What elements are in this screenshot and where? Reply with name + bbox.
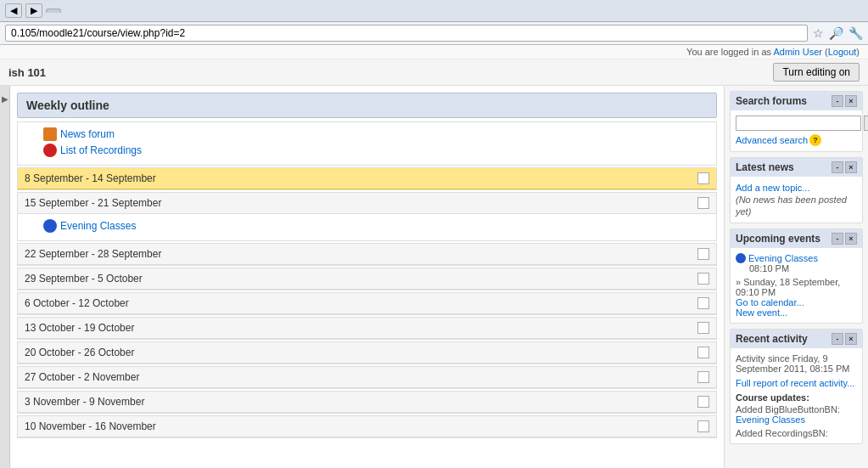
section-header: 29 September - 5 October xyxy=(18,268,716,290)
browser-tab[interactable] xyxy=(46,8,61,13)
block-move-icon[interactable]: × xyxy=(845,95,857,107)
weekly-outline-header: Weekly outline xyxy=(17,93,717,118)
latest-news-header: Latest news - × xyxy=(731,158,862,177)
recent-activity-icons: - × xyxy=(832,333,857,345)
go-to-calendar-link[interactable]: Go to calendar... xyxy=(736,297,857,307)
section-title: 27 October - 2 November xyxy=(25,371,139,383)
section-header: 3 November - 9 November xyxy=(18,392,716,413)
top-bar: ish 101 Turn editing on xyxy=(0,59,868,86)
search-input[interactable] xyxy=(736,116,861,131)
table-row: 22 September - 28 September xyxy=(17,243,717,266)
left-sidebar-toggle[interactable]: ▶ xyxy=(0,86,10,468)
new-event-link[interactable]: New event... xyxy=(736,307,857,318)
update2-prefix: Added RecordingsBN: xyxy=(736,428,828,438)
section-header: 6 October - 12 October xyxy=(18,293,716,314)
upcoming-events-collapse-icon[interactable]: - xyxy=(832,233,843,245)
advanced-search-link[interactable]: Advanced search ? xyxy=(736,134,857,146)
sections-container: 8 September - 14 September15 September -… xyxy=(17,167,717,438)
forward-button[interactable]: ▶ xyxy=(25,3,42,18)
add-topic-link[interactable]: Add a new topic... xyxy=(736,183,809,193)
address-bar[interactable] xyxy=(5,25,808,42)
section-checkbox[interactable] xyxy=(697,420,709,432)
recent-activity-title: Recent activity xyxy=(736,333,808,345)
block-header-icons: - × xyxy=(832,95,857,107)
upcoming-events-close-icon[interactable]: × xyxy=(845,233,857,245)
table-row: 8 September - 14 September xyxy=(17,167,717,190)
section-header: 22 September - 28 September xyxy=(18,244,716,265)
course-updates-label: Course updates: xyxy=(736,392,857,403)
section-title: 22 September - 28 September xyxy=(25,248,161,260)
section-title: 3 November - 9 November xyxy=(25,396,144,408)
recent-activity-header: Recent activity - × xyxy=(731,330,862,348)
upcoming-events-header: Upcoming events - × xyxy=(731,229,862,248)
section-checkbox[interactable] xyxy=(697,172,709,184)
latest-news-close-icon[interactable]: × xyxy=(845,161,857,173)
go-button[interactable]: Go xyxy=(864,116,868,131)
event-link[interactable]: Evening Classes xyxy=(736,253,857,263)
event-sub-time: 09:10 PM xyxy=(736,287,776,297)
recent-activity-close-icon[interactable]: × xyxy=(845,333,857,345)
event-item: Evening Classes 08:10 PM xyxy=(736,253,857,273)
admin-user-link[interactable]: Admin User xyxy=(773,47,821,57)
course-update-1: Added BigBlueButtonBN: Evening Classes xyxy=(736,404,857,425)
help-icon: ? xyxy=(809,134,821,146)
table-row: 3 November - 9 November xyxy=(17,391,717,414)
section-header: 20 October - 26 October xyxy=(18,342,716,364)
logout-link[interactable]: Logout xyxy=(828,47,857,57)
content-area: Weekly outline News forum List of Record… xyxy=(10,86,724,468)
logged-in-text: You are logged in as xyxy=(686,47,771,57)
toggle-arrow-icon: ▶ xyxy=(2,94,8,104)
block-collapse-icon[interactable]: - xyxy=(832,95,843,107)
main-layout: ▶ Weekly outline News forum List of Reco… xyxy=(0,86,868,468)
full-report-link[interactable]: Full report of recent activity... xyxy=(736,378,854,388)
section-header: 8 September - 14 September xyxy=(18,168,716,189)
no-news-text: (No news has been posted yet) xyxy=(736,195,847,217)
upcoming-events-title: Upcoming events xyxy=(736,233,820,245)
section-title: 20 October - 26 October xyxy=(25,347,134,358)
upcoming-events-content: Evening Classes 08:10 PM » Sunday, 18 Se… xyxy=(731,248,862,323)
list-recordings-icon xyxy=(43,144,57,157)
section-checkbox[interactable] xyxy=(697,396,709,408)
table-row: 29 September - 5 October xyxy=(17,268,717,290)
table-row: 10 November - 16 November xyxy=(17,415,717,438)
section-header: 15 September - 21 September xyxy=(18,193,716,214)
update1-prefix: Added BigBlueButtonBN: xyxy=(736,404,840,414)
turn-editing-button[interactable]: Turn editing on xyxy=(773,63,860,82)
section-checkbox[interactable] xyxy=(697,197,709,209)
evening-classes-link[interactable]: Evening Classes xyxy=(60,220,136,232)
table-row: 20 October - 26 October xyxy=(17,341,717,364)
section-content: Evening Classes xyxy=(18,214,716,240)
activity-since-text: Activity since Friday, 9 September 2011,… xyxy=(736,353,857,374)
recent-activity-block: Recent activity - × Activity since Frida… xyxy=(730,329,863,444)
section-checkbox[interactable] xyxy=(697,322,709,334)
news-forum-icon xyxy=(43,127,57,141)
section-header: 13 October - 19 October xyxy=(18,318,716,339)
course-name: ish 101 xyxy=(8,66,46,79)
latest-news-block: Latest news - × Add a new topic... (No n… xyxy=(730,157,863,223)
table-row: 13 October - 19 October xyxy=(17,317,717,340)
search-forums-content: Go Advanced search ? xyxy=(731,110,862,151)
back-button[interactable]: ◀ xyxy=(5,3,22,18)
table-row: 6 October - 12 October xyxy=(17,292,717,315)
section-checkbox[interactable] xyxy=(697,248,709,260)
section-checkbox[interactable] xyxy=(697,297,709,309)
latest-news-title: Latest news xyxy=(736,161,794,173)
update1-link[interactable]: Evening Classes xyxy=(736,414,805,425)
section-checkbox[interactable] xyxy=(697,371,709,383)
list-recordings-link[interactable]: List of Recordings xyxy=(60,144,142,156)
recent-activity-collapse-icon[interactable]: - xyxy=(832,333,843,345)
news-forum-link[interactable]: News forum xyxy=(60,128,115,140)
section-checkbox[interactable] xyxy=(697,273,709,285)
latest-news-collapse-icon[interactable]: - xyxy=(832,161,843,173)
address-bar-row: ☆ 🔎 🔧 xyxy=(0,22,868,45)
event-sub-prefix: » Sunday, 18 September, xyxy=(736,277,840,287)
section-title: 8 September - 14 September xyxy=(25,172,156,184)
section-checkbox[interactable] xyxy=(697,347,709,358)
section-title: 6 October - 12 October xyxy=(25,297,129,309)
upcoming-events-block: Upcoming events - × Evening Classes 08:1… xyxy=(730,228,863,324)
settings-button[interactable]: 🔎 xyxy=(829,26,843,40)
top-resources-content: News forum List of Recordings xyxy=(18,122,716,165)
bookmark-star-button[interactable]: ☆ xyxy=(813,26,824,40)
right-sidebar: Search forums - × Go Advanced search ? xyxy=(724,86,868,468)
wrench-button[interactable]: 🔧 xyxy=(848,26,863,40)
